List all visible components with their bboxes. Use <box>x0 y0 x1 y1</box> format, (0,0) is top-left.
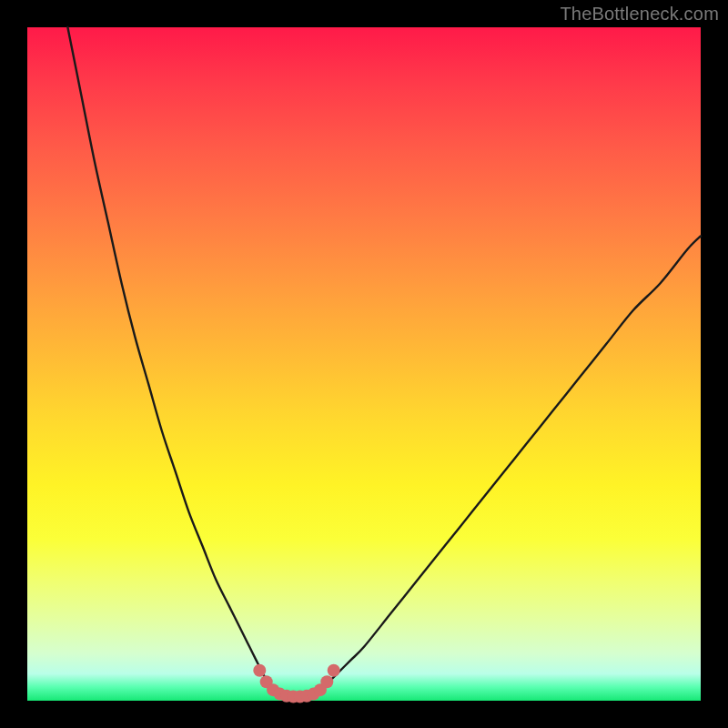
marker-point <box>253 664 266 677</box>
marker-point <box>320 675 333 688</box>
watermark-text: TheBottleneck.com <box>560 4 719 25</box>
marker-point <box>328 664 340 677</box>
chart-frame: TheBottleneck.com <box>0 0 728 728</box>
curve-left-branch <box>67 27 269 687</box>
marker-group <box>253 664 339 703</box>
curve-right-branch <box>324 236 701 687</box>
chart-svg <box>27 27 701 701</box>
plot-area <box>27 27 701 701</box>
